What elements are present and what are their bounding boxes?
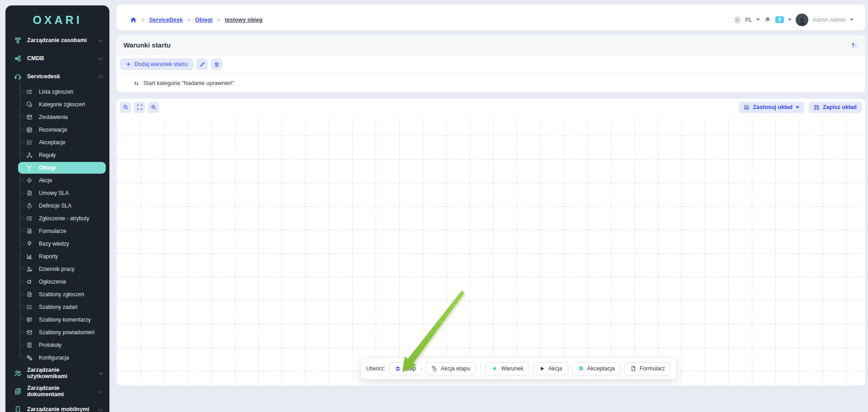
- create-formularz-button[interactable]: Formularz: [624, 362, 671, 375]
- chevron-down-icon: [850, 19, 854, 21]
- sidebar-subitem-regu-y[interactable]: Reguły: [5, 149, 109, 161]
- breadcrumb-item-obiegi[interactable]: Obiegi: [195, 17, 212, 23]
- create-warunek-button[interactable]: Warunek: [486, 362, 529, 375]
- sidebar-item-zarz-dzanie-u-ytkownikami[interactable]: Zarządzanie użytkownikami: [5, 364, 109, 382]
- sidebar-subitem-label: Zestawienia: [39, 114, 68, 120]
- zoom-in-button[interactable]: [148, 102, 159, 113]
- comment-template-icon: [26, 317, 33, 323]
- bell-icon[interactable]: [764, 16, 771, 24]
- create-akcja-etapu-button[interactable]: Akcja etapu: [425, 362, 476, 375]
- add-start-condition-button[interactable]: Dodaj warunek startu: [120, 58, 193, 70]
- gear-icon[interactable]: [734, 16, 741, 24]
- play-icon: [539, 365, 545, 372]
- delete-button[interactable]: [211, 58, 222, 70]
- tree-elbow: [20, 352, 25, 358]
- save-layout-label: Zapisz układ: [823, 104, 857, 110]
- sidebar-subitem-label: Szablony zgłoszeń: [39, 291, 84, 298]
- sidebar-subitem-label: Ogłoszenia: [39, 279, 66, 285]
- layout-icon: [744, 104, 750, 110]
- sidebar-subitem-szablony-zg-osze[interactable]: Szablony zgłoszeń: [5, 288, 109, 301]
- tree-elbow: [20, 301, 25, 308]
- approvals-icon: [26, 139, 33, 146]
- sidebar-item-zarz-dzanie-mobilnymi[interactable]: Zarządzanie mobilnymi: [5, 400, 109, 412]
- sidebar-item-zarz-dzanie-zasobami[interactable]: Zarządzanie zasobami: [5, 31, 109, 49]
- sidebar-subitem-definicje-sla[interactable]: Definicje SLA: [5, 199, 109, 212]
- fit-view-button[interactable]: [134, 102, 145, 113]
- avatar-person-icon: [797, 16, 807, 26]
- tree-elbow: [20, 225, 25, 232]
- transfer-icon[interactable]: [851, 42, 858, 49]
- sidebar-subitem-protoko-y[interactable]: Protokoły: [5, 339, 109, 351]
- sidebar-item-zarz-dzanie-dokumentami[interactable]: Zarządzanie dokumentami: [5, 382, 109, 400]
- tree-elbow: [20, 251, 25, 257]
- sidebar-subitem-kategorie-zg-osze[interactable]: Kategorie zgłoszeń: [5, 98, 109, 111]
- avatar[interactable]: [796, 14, 808, 26]
- save-icon: [814, 104, 820, 110]
- chevron-down-icon: [796, 106, 799, 109]
- sidebar-subitem-szablony-powiadomie[interactable]: Szablony powiadomień: [5, 326, 109, 339]
- start-condition-item[interactable]: Start kategoria "Nadanie uprawnień": [116, 74, 865, 93]
- sidebar-subitem-akcje[interactable]: Akcje: [5, 174, 109, 187]
- chevron-down-icon: [99, 388, 103, 393]
- sidebar-subitem-label: Umowy SLA: [39, 190, 69, 196]
- sidebar-subitem-lista-zg-osze[interactable]: Lista zgłoszeń: [5, 85, 109, 98]
- user-menu[interactable]: Admin Admin: [812, 17, 846, 23]
- tree-elbow: [20, 175, 25, 181]
- edit-button[interactable]: [196, 58, 208, 70]
- apply-layout-button[interactable]: Zastosuj układ: [739, 102, 804, 113]
- sidebar-subitem-label: Szablony zadań: [39, 304, 77, 310]
- sla-doc-icon: [26, 190, 33, 196]
- sidebar-subitem-label: Rezerwacje: [39, 127, 67, 133]
- breadcrumb-item-testowy-obieg[interactable]: testowy obieg: [225, 17, 262, 23]
- zoom-out-button[interactable]: [120, 102, 131, 113]
- approval-bubble-icon: [578, 365, 584, 372]
- sidebar-subitem-zg-oszenie-atrybuty[interactable]: Zgłoszenie - atrybuty: [5, 212, 109, 225]
- create-button-label: Formularz: [640, 365, 665, 372]
- breadcrumb-separator: >: [217, 17, 220, 23]
- sidebar-subitem-obiegi[interactable]: Obiegi: [18, 162, 106, 174]
- sidebar-submenu: Lista zgłoszeńKategorie zgłoszeńZestawie…: [5, 85, 109, 364]
- sidebar-item-label: Zarządzanie mobilnymi: [27, 406, 90, 412]
- save-layout-button[interactable]: Zapisz układ: [809, 102, 862, 113]
- start-conditions-panel: Warunki startu Dodaj warunek startu Star…: [116, 35, 865, 92]
- create-button-label: Akcja etapu: [441, 365, 470, 372]
- home-icon[interactable]: [130, 16, 137, 24]
- create-etap-button[interactable]: Etap: [389, 362, 422, 375]
- sidebar-subitem-label: Protokoły: [39, 342, 61, 348]
- sidebar-subitem-szablony-zada[interactable]: Szablony zadań: [5, 301, 109, 313]
- sidebar-subitem-formularze[interactable]: Formularze: [5, 225, 109, 237]
- tree-elbow: [20, 149, 25, 156]
- sidebar-subitem-rezerwacje[interactable]: Rezerwacje: [5, 123, 109, 136]
- servicedesk-icon: [14, 73, 22, 81]
- breadcrumb-item-servicedesk[interactable]: ServiceDesk: [149, 17, 183, 23]
- sidebar-subitem-dziennik-pracy[interactable]: Dziennik pracy: [5, 263, 109, 275]
- breadcrumb-separator: >: [142, 17, 145, 23]
- sidebar-item-label: Zarządzanie dokumentami: [27, 385, 94, 398]
- tree-elbow: [20, 339, 25, 346]
- task-template-icon: [26, 304, 33, 310]
- sidebar-subitem-umowy-sla[interactable]: Umowy SLA: [5, 187, 109, 199]
- sidebar-subitem-label: Konfiguracja: [39, 355, 69, 361]
- notification-badge[interactable]: 0: [775, 16, 784, 23]
- sidebar-subitem-akceptacje[interactable]: Akceptacje: [5, 136, 109, 149]
- create-akcja-button[interactable]: Akcja: [533, 362, 568, 375]
- panel-title: Warunki startu: [123, 41, 170, 49]
- trash-icon: [214, 62, 220, 67]
- tree-elbow: [20, 238, 25, 244]
- tree-elbow: [20, 327, 25, 333]
- sidebar-item-servicedesk[interactable]: Servicedesk: [5, 67, 109, 85]
- topbar: >ServiceDesk>Obiegi>testowy obieg PL 0 A…: [116, 5, 865, 30]
- sidebar-subitem-zestawienia[interactable]: Zestawienia: [5, 111, 109, 123]
- sidebar-item-cmdb[interactable]: CMDB: [5, 49, 109, 67]
- create-akceptacja-button[interactable]: Akceptacja: [572, 362, 621, 375]
- sidebar-subitem-bazy-wiedzy[interactable]: Bazy wiedzy: [5, 237, 109, 250]
- knowledge-icon: [26, 241, 33, 247]
- language-selector[interactable]: PL: [745, 17, 752, 23]
- sidebar-subitem-szablony-komentarzy[interactable]: Szablony komentarzy: [5, 313, 109, 326]
- workflow-canvas[interactable]: Utwórz: EtapAkcja etapuWarunekAkcjaAkcep…: [116, 116, 865, 386]
- sidebar-subitem-og-oszenia[interactable]: Ogłoszenia: [5, 275, 109, 288]
- tree-elbow: [20, 111, 25, 118]
- sidebar-subitem-konfiguracja[interactable]: Konfiguracja: [5, 351, 109, 364]
- diamond-icon: [491, 365, 498, 372]
- sidebar-subitem-raporty[interactable]: Raporty: [5, 250, 109, 263]
